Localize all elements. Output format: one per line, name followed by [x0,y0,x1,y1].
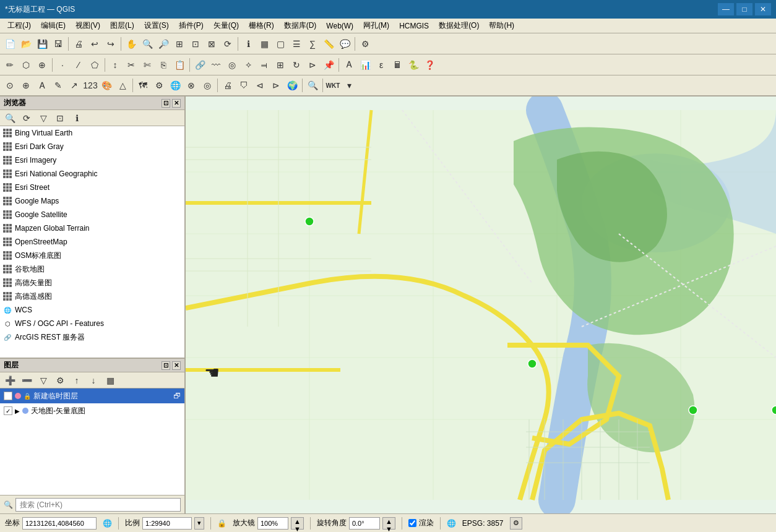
menu-hcmgis[interactable]: HCMGIS [394,20,434,32]
zoom-full-btn[interactable]: ⊞ [172,36,187,51]
menu-vector[interactable]: 矢量(Q) [209,19,244,32]
scale-input[interactable] [142,517,192,530]
copy-btn[interactable]: ⎘ [156,58,171,72]
redo-btn[interactable]: ↪ [103,36,118,51]
browser-item-14[interactable]: ⬡WFS / OGC API - Features [0,317,184,330]
cut-btn[interactable]: ✄ [140,58,155,72]
zoom-out-btn[interactable]: 🔎 [156,36,171,51]
geom-btn[interactable]: △ [115,78,130,93]
browser-search-btn[interactable]: 🔍 [2,111,17,126]
search-input[interactable] [15,498,181,512]
delete-btn[interactable]: ✂ [124,58,139,72]
browser-item-12[interactable]: 高德遥感图 [0,290,184,303]
browser-filter-btn[interactable]: ▽ [36,111,51,126]
help-btn2[interactable]: ❓ [422,58,437,72]
rotation-spin-btn[interactable]: ▲▼ [382,517,395,530]
zoom-selection-btn[interactable]: ⊠ [204,36,219,51]
menu-edit[interactable]: 编辑(E) [36,19,71,32]
browser-item-7[interactable]: Mapzen Global Terrain [0,221,184,235]
maximize-button[interactable]: □ [736,3,752,15]
digitize-btn[interactable]: ✏ [2,58,17,72]
offset-btn[interactable]: ⊳ [305,58,320,72]
globe-view-btn[interactable]: 🌍 [285,78,300,93]
undo-btn[interactable]: ↩ [87,36,102,51]
gps-btn[interactable]: ⊕ [19,78,33,93]
settings-btn[interactable]: ⚙ [358,36,373,51]
measure-btn[interactable]: 📏 [321,36,336,51]
browser-item-2[interactable]: Esri Imagery [0,153,184,167]
zoom-prev-btn[interactable]: ⊲ [252,78,267,93]
deselect-btn[interactable]: ▢ [273,36,288,51]
layer-item-1[interactable]: ✓▶天地图-矢量底图 [0,403,184,418]
annot-btn[interactable]: ✎ [51,78,66,93]
add-polygon-btn[interactable]: ⬠ [87,58,102,72]
save-as-btn[interactable]: 🖫 [51,36,66,51]
menu-database[interactable]: 数据库(D) [279,19,322,32]
browser-options-btn[interactable]: ℹ [69,111,84,126]
menu-mesh[interactable]: 网孔(M) [358,19,394,32]
print2-btn[interactable]: 🖨 [220,78,235,93]
browser-item-6[interactable]: Google Satellite [0,208,184,221]
browser-item-10[interactable]: 谷歌地图 [0,262,184,276]
add-layer-btn[interactable]: ➕ [2,373,17,388]
text-btn[interactable]: Ꭺ [35,78,50,93]
menu-layer[interactable]: 图层(L) [105,19,139,32]
menu-view[interactable]: 视图(V) [71,19,105,32]
split-btn[interactable]: ⫤ [257,58,272,72]
move-feature-btn[interactable]: ↕ [108,58,123,72]
map-area[interactable]: ☚ [186,97,776,513]
scale-dropdown-btn[interactable]: ▾ [194,517,204,530]
browser-refresh-btn[interactable]: ⟳ [19,111,34,126]
trace-btn[interactable]: 〰 [209,58,223,72]
move-down-btn[interactable]: ↓ [86,373,101,388]
num-btn[interactable]: 123 [83,78,98,93]
close-button[interactable]: ✕ [755,3,771,15]
menu-plugins[interactable]: 插件(P) [174,19,209,32]
menu-project[interactable]: 工程(J) [2,19,36,32]
print-btn[interactable]: 🖨 [71,36,86,51]
layers-close-btn[interactable]: ✕ [172,361,181,370]
globe-btn[interactable]: 🌐 [168,78,183,93]
wkt-arrow-btn[interactable]: ▾ [342,78,356,93]
layer-check-0[interactable]: ✓ [4,392,12,400]
spatial-btn[interactable]: ⊗ [184,78,199,93]
color-btn[interactable]: 🎨 [99,78,114,93]
search2-btn[interactable]: 🔍 [305,78,320,93]
label-btn[interactable]: Ꭺ [342,58,356,72]
group-btn[interactable]: ▦ [103,373,118,388]
add-line-btn[interactable]: ∕ [71,58,86,72]
rotation-input[interactable] [349,517,380,530]
browser-item-0[interactable]: Bing Virtual Earth [0,126,184,140]
bookmark-btn[interactable]: ⛉ [236,78,251,93]
menu-help[interactable]: 帮助(H) [484,19,519,32]
zoom-next-btn[interactable]: ⊳ [269,78,283,93]
statistics-btn[interactable]: ∑ [305,36,320,51]
layer-check-1[interactable]: ✓ [4,406,12,415]
zoom-input[interactable] [257,517,288,530]
rotate-point-btn[interactable]: ↻ [289,58,304,72]
browser-item-1[interactable]: Esri Dark Gray [0,140,184,153]
layer-item-0[interactable]: ✓🔒新建临时图层🗗 [0,388,184,403]
ring-btn[interactable]: ◎ [225,58,239,72]
menu-settings[interactable]: 设置(S) [139,19,174,32]
save-project-btn[interactable]: 💾 [35,36,50,51]
browser-item-5[interactable]: Google Maps [0,194,184,208]
browser-float-btn[interactable]: ⊡ [162,99,170,108]
browser-item-9[interactable]: OSM标准底图 [0,249,184,262]
pin-btn[interactable]: 📌 [321,58,336,72]
terrain-btn[interactable]: ◎ [200,78,215,93]
browser-close-btn[interactable]: ✕ [172,99,181,108]
browser-item-8[interactable]: OpenStreetMap [0,235,184,249]
identify-btn[interactable]: ℹ [241,36,256,51]
layer-collapse-1[interactable]: ▶ [15,408,20,414]
arrow-btn[interactable]: ↗ [67,78,82,93]
wkt-btn[interactable]: WKT [325,78,340,93]
reshape-btn[interactable]: ⟡ [241,58,256,72]
atlas-btn[interactable]: ⚙ [152,78,166,93]
move-up-btn[interactable]: ↑ [69,373,84,388]
pan-btn[interactable]: ✋ [124,36,139,51]
layers-float-btn[interactable]: ⊡ [162,361,170,370]
node-btn[interactable]: ⬡ [19,58,33,72]
layer-min-btn-0[interactable]: 🗗 [173,392,181,400]
browser-item-15[interactable]: 🔗ArcGIS REST 服务器 [0,330,184,344]
